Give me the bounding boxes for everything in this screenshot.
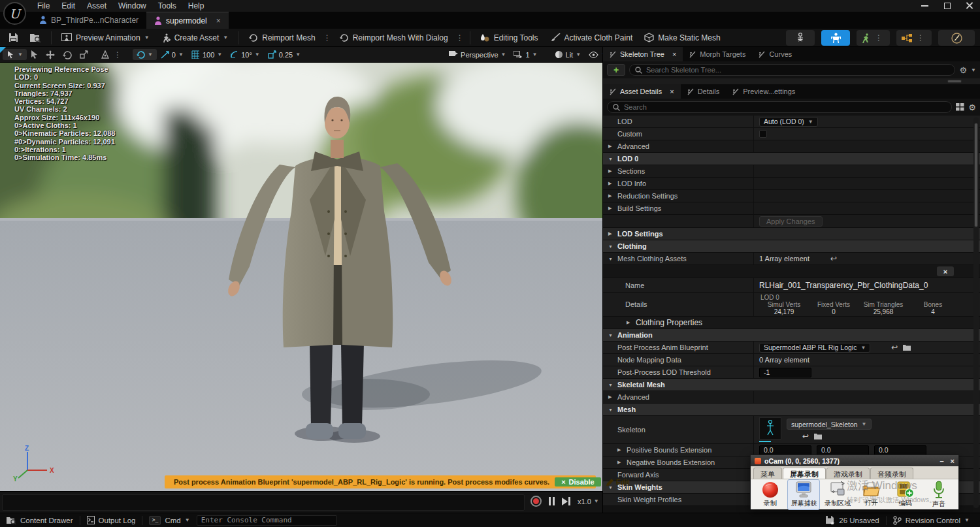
ocam-button-open-folder-icon[interactable]: 打开 xyxy=(855,481,888,509)
expander-icon[interactable]: ▶ xyxy=(617,460,623,465)
ocam-tab[interactable]: 菜单 xyxy=(753,468,782,479)
remove-element-button[interactable]: × xyxy=(937,266,954,276)
ocam-close-icon[interactable]: × xyxy=(951,457,955,465)
restore-icon[interactable] xyxy=(943,1,951,9)
output-log-button[interactable]: Output Log xyxy=(80,513,142,527)
expander-icon[interactable]: ▶ xyxy=(608,206,614,211)
sub-row-label[interactable]: ▶Advanced xyxy=(603,391,753,403)
prop-checkbox[interactable] xyxy=(759,130,767,138)
asset-tab-bp-thirdpe---ncharacter[interactable]: BP_ThirdPe...nCharacter xyxy=(31,12,146,29)
expander-icon[interactable]: ▼ xyxy=(608,157,614,161)
make-static-mesh-button[interactable]: Make Static Mesh xyxy=(638,30,726,46)
menu-edit[interactable]: Edit xyxy=(56,0,81,12)
close-icon[interactable] xyxy=(966,1,973,9)
horizontal-scrollbar[interactable] xyxy=(603,78,980,84)
asset-tab-supermodel[interactable]: supermodel× xyxy=(146,12,229,29)
reimport-mesh-button[interactable]: Reimport Mesh xyxy=(242,30,321,46)
tab-skeleton-tree[interactable]: Skeleton Tree× xyxy=(603,47,683,61)
add-bone-button[interactable]: + xyxy=(607,64,625,76)
tab-curves[interactable]: Curves xyxy=(752,47,798,61)
ocam-button-encode-icon[interactable]: 编码 xyxy=(889,480,921,509)
animation-mode-button[interactable]: ⋮ xyxy=(857,30,890,46)
tab-close-icon[interactable]: × xyxy=(216,16,221,25)
cmd-selector[interactable]: >_ Cmd▼ xyxy=(142,513,196,527)
revision-control-button[interactable]: Revision Control▼ xyxy=(887,513,980,527)
prop-dropdown[interactable]: Supermodel ABP RL Rig Logic▼ xyxy=(759,343,870,353)
undo-icon[interactable]: ↩ xyxy=(830,254,837,263)
expander-icon[interactable]: ▶ xyxy=(608,168,614,174)
tab-asset-details[interactable]: Asset Details× xyxy=(603,84,681,99)
rotation-mode-button[interactable]: ▼ xyxy=(133,49,157,60)
expander-icon[interactable]: ▶ xyxy=(608,394,614,400)
expander-icon[interactable]: ▶ xyxy=(617,447,623,453)
reimport-mesh-dialog-button[interactable]: Reimport Mesh With Dialog xyxy=(333,30,454,46)
expander-icon[interactable]: ▼ xyxy=(608,244,614,249)
tab-close-icon[interactable]: × xyxy=(670,88,674,95)
reimport-dialog-options-icon[interactable]: ⋮ xyxy=(454,33,466,42)
expander-icon[interactable]: ▼ xyxy=(608,383,614,387)
save-button[interactable] xyxy=(3,30,24,46)
vector-input[interactable]: 0.0 xyxy=(874,445,926,455)
use-selected-icon[interactable]: ↩ xyxy=(891,343,898,352)
gear-icon[interactable]: ⚙ xyxy=(959,65,967,75)
ocam-button-record-region-icon[interactable]: 录制区域 xyxy=(821,480,854,509)
scale-tool-button[interactable] xyxy=(76,49,92,60)
category-label[interactable]: ▶LOD Settings xyxy=(603,228,663,240)
console-command-input[interactable]: Enter Console Command xyxy=(197,515,337,526)
edit-button[interactable]: Edit xyxy=(606,478,630,486)
unsaved-button[interactable]: 26 Unsaved xyxy=(819,513,885,527)
array-head-label[interactable]: ▼Mesh Clothing Assets xyxy=(603,253,753,264)
paint-mode-button[interactable] xyxy=(938,30,975,46)
playback-speed-button[interactable]: x1.0▼ xyxy=(578,498,599,505)
scale-snap-button[interactable]: 0.25▼ xyxy=(264,49,304,60)
camera-speed-button[interactable]: 1▼ xyxy=(510,50,541,60)
coordinate-space-button[interactable]: ⋮ xyxy=(97,49,127,61)
blueprint-options-icon[interactable]: ⋮ xyxy=(915,33,926,42)
grid-snap-button[interactable]: 100▼ xyxy=(188,49,226,60)
expander-icon[interactable]: ▶ xyxy=(608,144,614,149)
minimize-icon[interactable] xyxy=(921,1,929,9)
timeline-track[interactable] xyxy=(2,494,525,511)
menu-file[interactable]: File xyxy=(31,0,56,12)
expander-icon[interactable]: ▶ xyxy=(608,193,614,199)
pause-button[interactable] xyxy=(549,497,555,505)
record-button[interactable] xyxy=(531,496,542,507)
create-asset-button[interactable]: Create Asset▼ xyxy=(155,30,235,46)
expander-icon[interactable]: ▼ xyxy=(608,333,614,338)
skeleton-thumbnail[interactable] xyxy=(759,417,781,439)
tool-options-icon[interactable]: ⋮ xyxy=(112,50,123,59)
preview-animation-button[interactable]: Preview Animation▼ xyxy=(56,30,155,46)
menu-help[interactable]: Help xyxy=(182,0,210,12)
sub-row-label[interactable]: ▶Advanced xyxy=(603,140,753,152)
ocam-button-screen-capture-icon[interactable]: 屏幕捕获 xyxy=(787,479,820,510)
expander-icon[interactable]: ▼ xyxy=(608,407,614,412)
vector-input[interactable]: 0.0 xyxy=(759,445,811,455)
browse-to-asset-icon[interactable] xyxy=(903,344,911,351)
prop-input[interactable]: -1 xyxy=(759,368,811,377)
menu-tools[interactable]: Tools xyxy=(152,0,182,12)
editing-tools-button[interactable]: Editing Tools xyxy=(474,30,544,46)
rotation-snap-button[interactable]: 10°▼ xyxy=(226,49,264,60)
blueprint-mode-button[interactable]: ⋮ xyxy=(896,30,932,46)
category-label[interactable]: ▼Clothing xyxy=(603,240,647,252)
sub-row-label[interactable]: ▶Reduction Settings xyxy=(603,190,753,202)
step-forward-button[interactable] xyxy=(562,497,570,505)
ocam-button-sound-icon[interactable]: 声音 xyxy=(923,479,955,510)
ocam-button-record-icon[interactable]: 录制 xyxy=(754,480,787,509)
category-label[interactable]: ▼Skeletal Mesh xyxy=(603,379,665,391)
sub-row-label[interactable]: ▶LOD Info xyxy=(603,178,753,189)
expander-icon[interactable]: ▶ xyxy=(608,231,614,236)
perspective-button[interactable]: Perspective▼ xyxy=(445,50,510,60)
tab-preview---ettings[interactable]: Preview...ettings xyxy=(726,84,802,99)
details-search-input[interactable]: Search xyxy=(607,101,952,113)
viewport-options-button[interactable]: ▼ xyxy=(3,49,27,60)
sub-row-label[interactable]: ▶Sections xyxy=(603,165,753,177)
expander-icon[interactable]: ▼ xyxy=(608,257,614,261)
activate-cloth-paint-button[interactable]: Activate Cloth Paint xyxy=(544,30,639,46)
gear-caret-icon[interactable]: ▼ xyxy=(971,67,976,73)
tab-close-icon[interactable]: × xyxy=(672,50,676,58)
browse-to-asset-icon[interactable] xyxy=(814,433,822,439)
expander-icon[interactable]: ▶ xyxy=(627,320,632,325)
tab-details[interactable]: Details xyxy=(681,84,727,99)
unreal-logo-icon[interactable]: U xyxy=(3,2,26,25)
